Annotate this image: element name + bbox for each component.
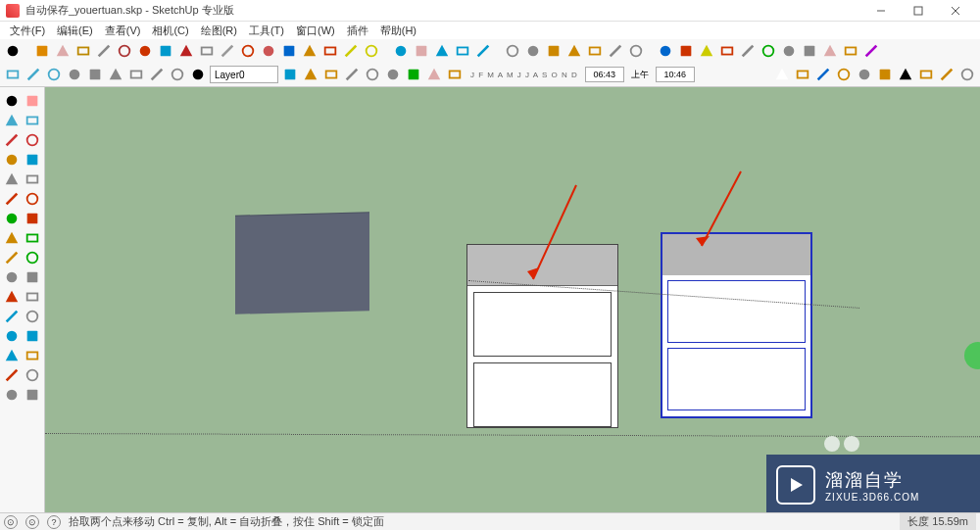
free-icon[interactable] xyxy=(24,169,43,189)
component-icon[interactable] xyxy=(4,66,22,83)
plugin3-icon[interactable] xyxy=(780,42,798,60)
plugin5-icon[interactable] xyxy=(821,42,839,60)
redo-icon[interactable] xyxy=(363,42,380,60)
delete-icon[interactable] xyxy=(897,66,914,83)
scale-icon[interactable] xyxy=(177,42,195,60)
status-info-icon-2[interactable]: ⊙ xyxy=(25,515,39,529)
follow-icon[interactable] xyxy=(24,228,43,248)
pan2-icon[interactable] xyxy=(24,326,43,346)
viewport-3d[interactable]: 溜溜自学 ZIXUE.3D66.COM xyxy=(45,87,980,530)
eraser-icon[interactable] xyxy=(260,42,277,60)
refresh-icon[interactable] xyxy=(281,66,299,83)
orbit-icon[interactable] xyxy=(392,42,410,60)
paint-icon[interactable] xyxy=(116,42,133,60)
mono-icon[interactable] xyxy=(627,42,645,60)
print-icon[interactable] xyxy=(958,66,976,83)
box1-icon[interactable] xyxy=(66,66,83,83)
sect1-icon[interactable] xyxy=(343,66,361,83)
pan-icon[interactable] xyxy=(413,42,430,60)
axes-icon[interactable] xyxy=(280,42,298,60)
menu-item-1[interactable]: 编辑(E) xyxy=(51,22,99,40)
wire-icon[interactable] xyxy=(545,42,563,60)
select-arrow-icon[interactable] xyxy=(4,42,22,60)
rotate-icon[interactable] xyxy=(157,42,174,60)
stack-icon[interactable] xyxy=(148,66,166,83)
color-wheel-icon[interactable] xyxy=(862,42,880,60)
time-box-1[interactable]: 06:43 xyxy=(585,67,624,82)
plugin4-icon[interactable] xyxy=(801,42,818,60)
circle-icon[interactable] xyxy=(74,42,92,60)
menu-item-0[interactable]: 文件(F) xyxy=(4,22,51,40)
eraser2-icon[interactable] xyxy=(24,91,43,111)
menu-item-7[interactable]: 插件 xyxy=(341,22,374,40)
home-icon[interactable] xyxy=(384,66,402,83)
menu-item-3[interactable]: 相机(C) xyxy=(146,22,194,40)
cube1-icon[interactable] xyxy=(2,111,22,130)
txt-icon[interactable] xyxy=(24,307,43,326)
layers-icon[interactable] xyxy=(45,66,63,83)
int-icon[interactable] xyxy=(24,287,43,307)
open2-icon[interactable] xyxy=(322,66,340,83)
save-icon[interactable] xyxy=(814,66,832,83)
zoom-win-icon[interactable] xyxy=(454,42,471,60)
comp-icon[interactable] xyxy=(24,267,43,287)
mat-icon[interactable] xyxy=(2,365,22,385)
sect2-icon[interactable] xyxy=(364,66,381,83)
new-icon[interactable] xyxy=(773,66,791,83)
undo2-icon[interactable] xyxy=(917,66,935,83)
month-scale[interactable]: J F M A M J J A S O N D xyxy=(466,71,582,79)
dot-t-icon[interactable] xyxy=(760,42,777,60)
tree-icon[interactable] xyxy=(405,66,422,83)
off2-icon[interactable] xyxy=(24,248,43,267)
zoom2-icon[interactable] xyxy=(2,346,22,365)
dot-y-icon[interactable] xyxy=(718,42,736,60)
cube2-icon[interactable] xyxy=(24,111,43,130)
circ-icon[interactable] xyxy=(2,150,22,169)
paste-icon[interactable] xyxy=(876,66,894,83)
face-icon[interactable] xyxy=(425,66,443,83)
offset-icon[interactable] xyxy=(198,42,216,60)
grp-icon[interactable] xyxy=(2,267,22,287)
text-icon[interactable] xyxy=(239,42,257,60)
stamp-icon[interactable] xyxy=(24,365,43,385)
pencil-icon[interactable] xyxy=(33,42,51,60)
open3-icon[interactable] xyxy=(794,66,811,83)
prev-icon[interactable] xyxy=(504,42,521,60)
redo2-icon[interactable] xyxy=(938,66,956,83)
menu-item-2[interactable]: 查看(V) xyxy=(99,22,147,40)
menu-drop-icon[interactable] xyxy=(169,66,186,83)
man-icon[interactable] xyxy=(24,346,43,365)
undo-icon[interactable] xyxy=(342,42,360,60)
cut-icon[interactable] xyxy=(835,66,853,83)
right-edge-tab[interactable] xyxy=(964,342,980,369)
model-shape-1[interactable] xyxy=(235,213,369,314)
status-help-icon[interactable]: ? xyxy=(47,515,61,529)
walk-icon[interactable] xyxy=(301,42,318,60)
outliner-icon[interactable] xyxy=(24,66,42,83)
arc1-icon[interactable] xyxy=(2,209,22,228)
m-btn-icon[interactable] xyxy=(698,42,715,60)
open-icon[interactable] xyxy=(302,66,319,83)
close-button[interactable] xyxy=(937,1,974,21)
minimize-button[interactable] xyxy=(862,1,900,21)
cube3-icon[interactable] xyxy=(2,385,22,405)
plugin6-icon[interactable] xyxy=(842,42,859,60)
xray-icon[interactable] xyxy=(607,42,624,60)
check-icon[interactable] xyxy=(189,66,207,83)
zoom-icon[interactable] xyxy=(433,42,451,60)
tape-icon[interactable] xyxy=(219,42,236,60)
menu-item-4[interactable]: 绘图(R) xyxy=(195,22,243,40)
move-icon[interactable] xyxy=(136,42,154,60)
copy-icon[interactable] xyxy=(856,66,873,83)
menu-item-5[interactable]: 工具(T) xyxy=(243,22,290,40)
orbit2-icon[interactable] xyxy=(2,326,22,346)
layer-select[interactable]: Layer0 xyxy=(210,66,278,83)
rect2-icon[interactable] xyxy=(2,130,22,150)
plugin2-icon[interactable] xyxy=(677,42,695,60)
cube4-icon[interactable] xyxy=(24,385,43,405)
pencil2-icon[interactable] xyxy=(446,66,464,83)
push2-icon[interactable] xyxy=(2,228,22,248)
r-btn-icon[interactable] xyxy=(739,42,757,60)
iso-icon[interactable] xyxy=(524,42,542,60)
model-shape-3-selected[interactable] xyxy=(661,232,812,418)
